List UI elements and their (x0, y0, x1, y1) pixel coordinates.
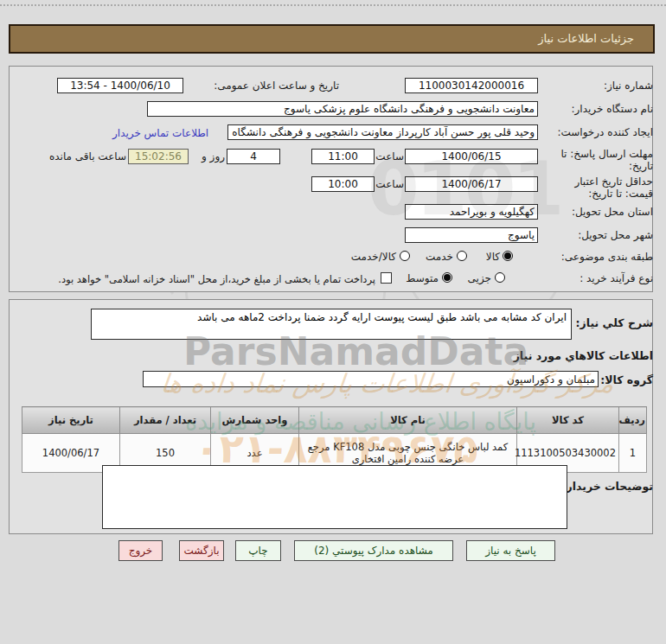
validity-hour-label: ساعت (376, 178, 404, 190)
request-creator-label: ایجاد کننده درخواست: (557, 126, 653, 138)
radio-goods[interactable] (503, 251, 513, 261)
need-number-label: شماره نیاز: (604, 80, 653, 92)
col-need-date: تاریخ نیاز (22, 407, 120, 434)
need-description-label: شرح کلي نیاز: (576, 317, 653, 329)
goods-group-field[interactable] (143, 371, 599, 387)
price-validity-date-field[interactable] (405, 176, 538, 192)
treasury-note: پرداخت تمام یا بخشی از مبلغ خرید،از محل … (36, 273, 375, 285)
delivery-city-field[interactable] (405, 227, 538, 243)
goods-group-label: گروه کالا: (600, 374, 653, 386)
goods-table-header-row: ردیف کد کالا نام کالا واحد شمارش تعداد /… (22, 407, 647, 434)
col-row-number: ردیف (619, 407, 647, 434)
response-deadline-date-field[interactable] (405, 149, 538, 164)
price-validity-hour-field[interactable] (311, 176, 375, 192)
buyer-notes-label: توضیحات خریدار: (561, 481, 653, 493)
hours-remaining-label: ساعت باقی مانده (40, 150, 126, 163)
delivery-city-label: شهر محل تحویل: (578, 229, 653, 241)
radio-minor[interactable] (495, 272, 505, 283)
radio-medium-label: متوسط (401, 272, 439, 284)
countdown-timer: 15:02:56 (128, 149, 189, 164)
goods-info-header: اطلاعات کالاهاي مورد نیاز (514, 350, 653, 362)
subject-classification-label: طبقه بندی موضوعی: (561, 251, 653, 263)
goods-table: ردیف کد کالا نام کالا واحد شمارش تعداد /… (22, 406, 647, 473)
days-remaining-field[interactable] (227, 149, 280, 164)
response-deadline-hour-field[interactable] (311, 149, 375, 164)
radio-service-label: خدمت (420, 251, 453, 263)
exit-button[interactable]: خروج (118, 540, 163, 561)
col-goods-name: نام کالا (299, 407, 517, 434)
buyer-contact-link[interactable]: اطلاعات تماس خریدار (112, 127, 227, 139)
top-divider (0, 4, 666, 6)
response-deadline-label: مهلت ارسال پاسخ: تا تاریخ: (554, 148, 653, 172)
request-creator-field[interactable] (227, 124, 538, 140)
buyer-org-label: نام دستگاه خریدار: (572, 103, 654, 115)
need-description-box[interactable]: ایران کد مشابه می باشد طبق لیست پیوست ار… (91, 309, 572, 340)
view-attachments-button[interactable]: مشاهده مدارک پیوستي (2) (294, 540, 453, 561)
need-details-window: جزئیات اطلاعات نیاز شماره نیاز: تاریخ و … (0, 0, 666, 644)
col-quantity: تعداد / مقدار (120, 407, 211, 434)
cell-row-number: 1 (619, 434, 647, 473)
deadline-hour-label: ساعت (376, 150, 404, 163)
treasury-checkbox[interactable] (381, 272, 392, 284)
announce-datetime-field[interactable] (57, 78, 183, 93)
delivery-province-field[interactable] (405, 204, 538, 220)
purchase-process-label: نوع فرآیند خرید : (580, 272, 653, 284)
back-button[interactable]: بازگشت (179, 540, 224, 561)
days-and-label: روز و (194, 150, 225, 163)
radio-service[interactable] (457, 251, 467, 261)
buyer-org-field[interactable] (147, 101, 538, 117)
col-goods-code: کد کالا (517, 407, 619, 434)
delivery-province-label: استان محل تحویل: (572, 206, 653, 218)
need-number-field[interactable] (405, 78, 538, 93)
radio-minor-label: جزیی (462, 272, 491, 284)
buyer-notes-area[interactable] (102, 465, 567, 529)
radio-medium[interactable] (442, 272, 452, 283)
radio-goods-service-label: کالا/خدمت (333, 251, 396, 263)
radio-goods-label: کالا (474, 251, 500, 263)
price-validity-label: حداقل تاریخ اعتبار قیمت: تا تاریخ: (556, 175, 653, 200)
page-title: جزئیات اطلاعات نیاز (9, 24, 655, 54)
col-unit: واحد شمارش (211, 407, 299, 434)
announce-datetime-label: تاریخ و ساعت اعلان عمومی: (214, 80, 339, 92)
print-button[interactable]: چاپ (235, 540, 281, 561)
respond-button[interactable]: پاسخ به نیاز (466, 540, 555, 561)
radio-goods-service[interactable] (400, 251, 410, 261)
